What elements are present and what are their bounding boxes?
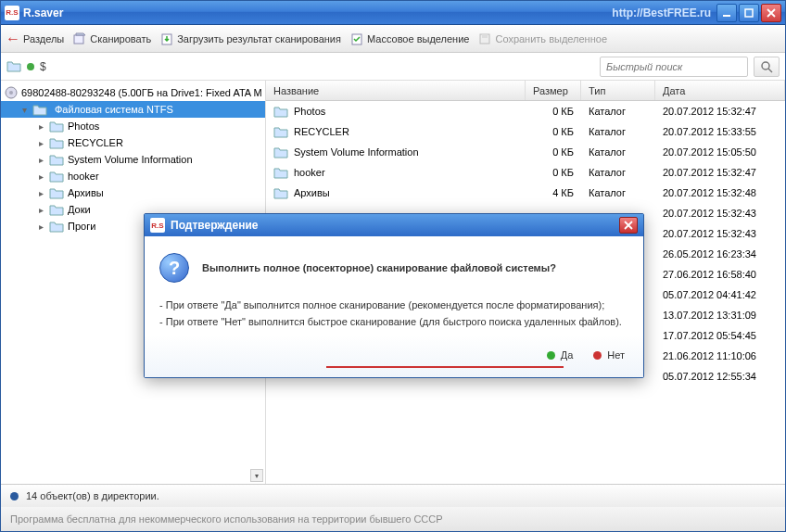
tree-node-label: RECYCLER (68, 137, 123, 148)
tree-node-label: Photos (68, 120, 99, 132)
red-dot-icon (593, 351, 602, 360)
cell-date: 27.06.2012 16:58:40 (655, 269, 785, 280)
folder-icon (273, 186, 288, 199)
save-icon (478, 32, 491, 45)
expand-icon[interactable]: ▸ (36, 205, 45, 215)
table-row[interactable]: Архивы 4 КБ Каталог 20.07.2012 15:32:48 (266, 183, 785, 203)
footer-text: Программа бесплатна для некоммерческого … (10, 513, 443, 525)
cell-date: 05.07.2012 12:55:34 (655, 371, 785, 382)
tree-node-label: Файловая система NTFS (51, 103, 177, 116)
minimize-button[interactable] (716, 4, 737, 22)
cell-type: Каталог (581, 167, 655, 178)
svg-rect-0 (723, 15, 730, 17)
cell-date: 20.07.2012 15:05:50 (655, 146, 785, 158)
dialog-yes-label: Да (561, 349, 574, 361)
dialog-no-label: Нет (607, 349, 625, 361)
dialog-question: Выполнить полное (посекторное) сканирова… (202, 262, 556, 273)
back-arrow-icon: ← (6, 32, 19, 45)
folder-icon (49, 153, 64, 166)
status-wrap: 14 объект(ов) в директории. Программа бе… (1, 484, 785, 531)
toolbar-label: Загрузить результат сканирования (177, 33, 341, 44)
maximize-button[interactable] (739, 4, 759, 22)
cell-date: 17.07.2012 05:54:45 (655, 330, 785, 341)
table-row[interactable]: RECYCLER 0 КБ Каталог 20.07.2012 15:33:5… (266, 121, 785, 142)
expand-icon[interactable]: ▸ (36, 155, 45, 165)
folder-icon (273, 105, 288, 118)
tree-node-label: Проги (68, 221, 95, 232)
table-row[interactable]: System Volume Information 0 КБ Каталог 2… (266, 142, 785, 162)
cell-date: 21.06.2012 11:10:06 (655, 350, 785, 361)
dialog-no-button[interactable]: Нет (590, 348, 628, 362)
cell-date: 20.07.2012 15:33:55 (655, 126, 785, 137)
confirm-dialog: R.S Подтверждение ? Выполнить полное (по… (144, 213, 644, 378)
tree-node-label: Доки (68, 204, 91, 215)
expand-icon[interactable]: ▸ (36, 121, 45, 132)
dialog-yes-button[interactable]: Да (543, 348, 577, 362)
cell-size: 0 КБ (526, 106, 581, 117)
toolbar-scan[interactable]: Сканировать (73, 32, 151, 45)
tree-root[interactable]: 69802488-80293248 (5.00ГБ на Drive1: Fix… (1, 84, 265, 101)
tree-node[interactable]: ▸ Photos (32, 118, 265, 134)
select-icon (350, 32, 363, 45)
dialog-app-icon: R.S (150, 218, 165, 233)
footerbar: Программа бесплатна для некоммерческого … (1, 507, 785, 531)
question-icon: ? (159, 253, 189, 283)
tree-root-label: 69802488-80293248 (5.00ГБ на Drive1: Fix… (21, 87, 262, 98)
green-dot-icon (547, 351, 555, 360)
tree-node[interactable]: ▸ System Volume Information (32, 151, 265, 168)
toolbar-save-selected[interactable]: Сохранить выделенное (478, 32, 607, 45)
cell-size: 4 КБ (526, 187, 581, 198)
cell-name: hooker (294, 167, 325, 178)
dialog-line-2: - При ответе "Нет" выполнится быстрое ск… (159, 316, 628, 327)
pathbar: $ (1, 53, 785, 81)
cell-date: 20.07.2012 15:32:43 (655, 208, 785, 219)
svg-rect-1 (745, 9, 753, 17)
tree-node[interactable]: ▸ hooker (32, 168, 265, 184)
tree-node-filesystem[interactable]: ▾ Файловая система NTFS (1, 101, 265, 118)
cell-size: 0 КБ (526, 146, 581, 158)
close-button[interactable] (761, 4, 781, 22)
listview-header: Название Размер Тип Дата (266, 81, 785, 101)
dialog-close-button[interactable] (619, 217, 638, 234)
column-size[interactable]: Размер (526, 81, 581, 100)
expand-icon[interactable]: ▸ (36, 188, 45, 198)
collapse-icon[interactable]: ▾ (19, 105, 29, 115)
search-button[interactable] (754, 57, 780, 77)
search-input[interactable] (600, 57, 748, 77)
dialog-line-1: - При ответе "Да" выполнится полное скан… (159, 299, 628, 310)
cell-date: 05.07.2012 04:41:42 (655, 289, 785, 300)
toolbar-mass-select[interactable]: Массовое выделение (350, 32, 469, 45)
cell-type: Каталог (581, 106, 655, 117)
cell-name: Архивы (294, 187, 330, 198)
svg-rect-6 (482, 34, 488, 38)
cell-date: 20.07.2012 15:32:48 (655, 187, 785, 198)
status-dot-icon (10, 492, 19, 500)
table-row[interactable]: Photos 0 КБ Каталог 20.07.2012 15:32:47 (266, 101, 785, 121)
table-row[interactable]: hooker 0 КБ Каталог 20.07.2012 15:32:47 (266, 162, 785, 183)
cell-date: 20.07.2012 15:32:47 (655, 106, 785, 117)
tree-node[interactable]: ▸ Архивы (32, 184, 265, 201)
column-type[interactable]: Тип (581, 81, 655, 100)
column-name[interactable]: Название (266, 81, 526, 100)
status-dot-icon (27, 63, 34, 70)
cell-size: 0 КБ (526, 167, 581, 178)
expand-icon[interactable]: ▸ (36, 222, 45, 232)
cell-date: 26.05.2012 16:23:34 (655, 248, 785, 260)
toolbar-label: Сохранить выделенное (495, 33, 607, 44)
dialog-underline (326, 366, 564, 368)
scan-icon (73, 32, 86, 45)
scroll-down-button[interactable]: ▾ (250, 469, 263, 482)
expand-icon[interactable]: ▸ (36, 171, 45, 182)
dialog-title: Подтверждение (171, 219, 619, 232)
toolbar-load[interactable]: Загрузить результат сканирования (160, 32, 341, 45)
cell-date: 20.07.2012 15:32:43 (655, 228, 785, 239)
expand-icon[interactable]: ▸ (36, 138, 45, 148)
tree-node-label: hooker (68, 171, 99, 182)
statusbar-text: 14 объект(ов) в директории. (26, 490, 159, 501)
toolbar-label: Массовое выделение (367, 33, 469, 44)
cell-name: RECYCLER (294, 126, 349, 137)
toolbar-sections[interactable]: ← Разделы (6, 32, 64, 45)
folder-icon (49, 136, 64, 149)
column-date[interactable]: Дата (655, 81, 785, 100)
tree-node[interactable]: ▸ RECYCLER (32, 134, 265, 151)
